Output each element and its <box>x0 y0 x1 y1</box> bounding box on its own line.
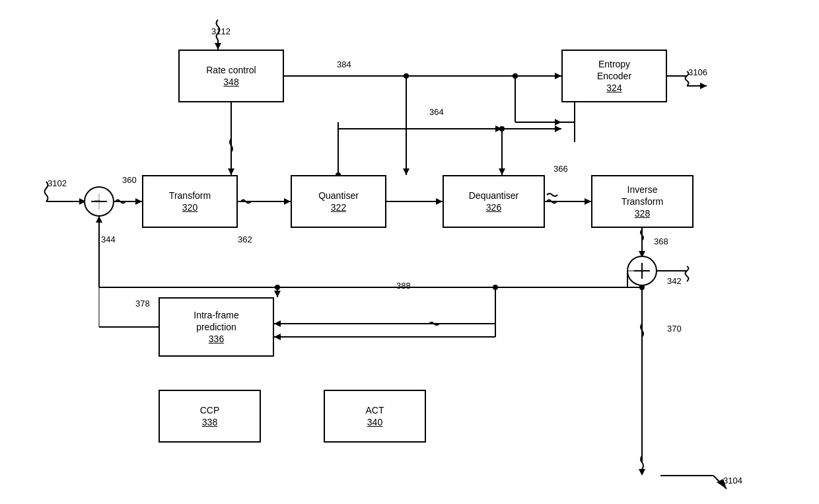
label-3104: 3104 <box>723 476 742 486</box>
dequantiser-number: 326 <box>486 201 501 213</box>
svg-marker-58 <box>274 334 281 340</box>
label-344: 344 <box>101 234 116 244</box>
label-370: 370 <box>667 324 682 334</box>
intra-frame-label: Intra-frameprediction <box>194 309 238 333</box>
svg-marker-54 <box>274 320 281 327</box>
rate-control-number: 348 <box>223 76 238 88</box>
svg-marker-17 <box>700 83 707 89</box>
svg-marker-72 <box>555 126 561 132</box>
svg-marker-27 <box>284 198 291 205</box>
svg-marker-14 <box>555 73 561 79</box>
label-366: 366 <box>553 164 568 174</box>
svg-marker-5 <box>403 168 410 175</box>
label-378: 378 <box>135 299 150 308</box>
svg-marker-75 <box>499 168 505 175</box>
label-3106: 3106 <box>688 67 707 77</box>
ccp-number: 338 <box>202 416 217 428</box>
inverse-transform-label: InverseTransform <box>622 184 663 207</box>
act-number: 340 <box>367 416 382 428</box>
svg-marker-33 <box>585 198 591 205</box>
svg-marker-10 <box>555 119 561 126</box>
rate-control-label: Rate control <box>206 64 256 76</box>
inverse-transform-number: 328 <box>635 207 650 219</box>
label-342: 342 <box>667 276 682 286</box>
svg-point-49 <box>275 285 280 290</box>
transform-number: 320 <box>182 201 197 213</box>
label-384: 384 <box>337 59 351 69</box>
act-box: ACT 340 <box>324 390 426 443</box>
entropy-encoder-label: EntropyEncoder <box>597 58 631 82</box>
svg-marker-50 <box>274 291 281 297</box>
label-3112: 3112 <box>211 26 231 36</box>
svg-marker-62 <box>96 216 102 223</box>
rate-control-box: Rate control 348 <box>178 50 284 102</box>
svg-marker-1 <box>215 43 221 50</box>
transform-box: Transform 320 <box>142 175 238 228</box>
label-3102: 3102 <box>48 178 67 188</box>
label-360: 360 <box>122 175 137 185</box>
quantiser-number: 322 <box>331 201 346 213</box>
intra-frame-number: 336 <box>209 333 224 345</box>
svg-marker-64 <box>639 469 645 476</box>
quantiser-box: Quantiser 322 <box>291 175 386 228</box>
label-362: 362 <box>238 234 252 244</box>
svg-marker-25 <box>135 198 142 205</box>
intra-frame-box: Intra-frameprediction 336 <box>159 297 274 357</box>
transform-label: Transform <box>169 190 211 201</box>
entropy-encoder-number: 324 <box>606 82 622 94</box>
dequantiser-label: Dequantiser <box>469 190 519 201</box>
quantiser-label: Quantiser <box>318 190 359 201</box>
label-364: 364 <box>429 107 444 117</box>
entropy-encoder-box: EntropyEncoder 324 <box>561 50 667 102</box>
dequantiser-box: Dequantiser 326 <box>443 175 545 228</box>
diagram: − <box>0 0 819 504</box>
ccp-label: CCP <box>200 404 220 416</box>
act-label: ACT <box>366 404 384 416</box>
svg-text:−: − <box>94 194 101 207</box>
inverse-transform-box: InverseTransform 328 <box>591 175 694 228</box>
ccp-box: CCP 338 <box>159 390 261 443</box>
label-388: 388 <box>396 281 411 291</box>
svg-marker-29 <box>436 198 443 205</box>
svg-marker-78 <box>228 168 234 175</box>
label-368: 368 <box>654 236 668 246</box>
